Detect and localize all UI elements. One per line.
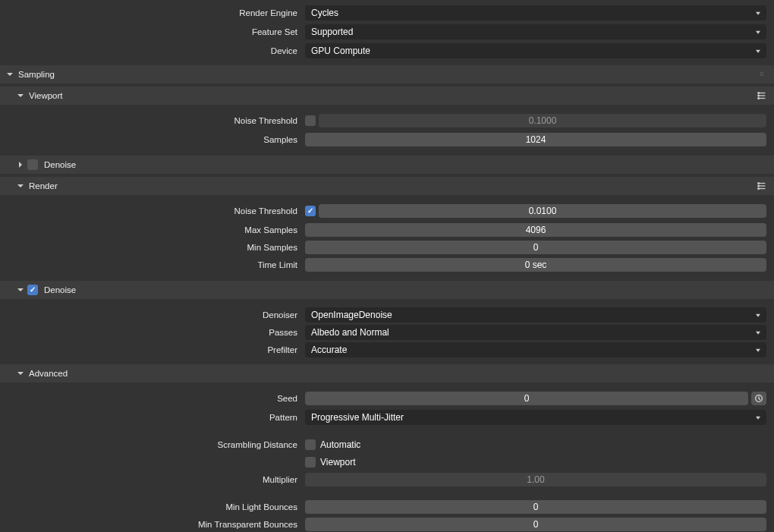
field-viewport-samples[interactable]: 1024 [305, 133, 766, 146]
row-viewport-noise-threshold: Noise Threshold 0.1000 [0, 112, 774, 129]
dropdown-device[interactable]: GPU Compute [305, 43, 766, 58]
subsection-title: Advanced [29, 369, 68, 378]
chevron-down-icon [17, 92, 24, 99]
label-scrambling: Scrambling Distance [0, 440, 305, 449]
checkbox-viewport-denoise[interactable] [27, 159, 38, 170]
field-max-samples[interactable]: 4096 [305, 223, 766, 237]
row-denoiser: Denoiser OpenImageDenoise [0, 307, 774, 323]
clock-icon[interactable] [751, 392, 766, 405]
subsection-render-denoise[interactable]: Denoise [0, 281, 774, 299]
row-prefilter: Prefilter Accurate [0, 342, 774, 358]
row-time-limit: Time Limit 0 sec [0, 257, 774, 273]
label-min-transparent: Min Transparent Bounces [0, 520, 305, 529]
subsection-title: Viewport [29, 91, 63, 100]
row-min-transparent-bounces: Min Transparent Bounces 0 [0, 516, 774, 532]
label-passes: Passes [0, 328, 305, 337]
section-title: Sampling [18, 70, 55, 79]
subsection-title: Denoise [44, 285, 76, 294]
render-properties-panel: Render Engine Cycles Feature Set Support… [0, 0, 774, 532]
row-min-samples: Min Samples 0 [0, 239, 774, 256]
chevron-down-icon [17, 286, 24, 294]
field-render-noise-threshold[interactable]: 0.0100 [319, 204, 766, 218]
svg-point-10 [758, 185, 760, 187]
row-scrambling-automatic: Scrambling Distance Automatic [0, 436, 774, 453]
label-samples: Samples [0, 135, 305, 144]
checkbox-label: Automatic [320, 439, 360, 450]
dropdown-passes[interactable]: Albedo and Normal [305, 325, 766, 340]
label-min-samples: Min Samples [0, 243, 305, 252]
section-sampling[interactable]: Sampling ⠿ [0, 65, 774, 83]
row-multiplier: Multiplier 1.00 [0, 471, 774, 488]
subsection-render[interactable]: Render [0, 177, 774, 195]
label-pattern: Pattern [0, 413, 305, 422]
field-min-light[interactable]: 0 [305, 500, 766, 514]
label-render-engine: Render Engine [0, 8, 305, 17]
dropdown-render-engine[interactable]: Cycles [305, 5, 766, 20]
field-min-transparent[interactable]: 0 [305, 518, 766, 531]
checkbox-scrambling-viewport[interactable] [305, 457, 316, 467]
label-denoiser: Denoiser [0, 310, 305, 320]
row-passes: Passes Albedo and Normal [0, 324, 774, 341]
row-pattern: Pattern Progressive Multi-Jitter [0, 409, 774, 426]
chevron-down-icon [17, 182, 24, 190]
field-min-samples[interactable]: 0 [305, 241, 766, 254]
checkbox-render-noise-threshold[interactable] [305, 206, 316, 216]
row-seed: Seed 0 [0, 390, 774, 407]
subsection-title: Denoise [44, 160, 76, 169]
row-max-samples: Max Samples 4096 [0, 222, 774, 238]
row-viewport-samples: Samples 1024 [0, 131, 774, 148]
label-device: Device [0, 46, 305, 55]
label-prefilter: Prefilter [0, 345, 305, 354]
svg-point-4 [758, 95, 760, 96]
checkbox-scrambling-automatic[interactable] [305, 439, 316, 450]
label-noise-threshold: Noise Threshold [0, 206, 305, 216]
subsection-viewport[interactable]: Viewport [0, 87, 774, 105]
label-seed: Seed [0, 394, 305, 403]
label-max-samples: Max Samples [0, 225, 305, 235]
label-multiplier: Multiplier [0, 475, 305, 484]
row-render-engine: Render Engine Cycles [0, 5, 774, 21]
subsection-title: Render [29, 181, 58, 190]
preset-menu-icon[interactable] [756, 180, 768, 192]
row-min-light-bounces: Min Light Bounces 0 [0, 499, 774, 515]
row-render-noise-threshold: Noise Threshold 0.0100 [0, 203, 774, 219]
row-feature-set: Feature Set Supported [0, 24, 774, 40]
field-time-limit[interactable]: 0 sec [305, 258, 766, 272]
label-time-limit: Time Limit [0, 260, 305, 269]
label-feature-set: Feature Set [0, 27, 305, 36]
label-min-light: Min Light Bounces [0, 502, 305, 512]
row-scrambling-viewport: Viewport [0, 454, 774, 471]
field-multiplier[interactable]: 1.00 [305, 473, 766, 486]
grip-icon: ⠿ [760, 71, 768, 78]
dropdown-pattern[interactable]: Progressive Multi-Jitter [305, 410, 766, 425]
svg-point-3 [758, 93, 760, 94]
svg-point-9 [758, 183, 760, 184]
subsection-viewport-denoise[interactable]: Denoise [0, 156, 774, 174]
dropdown-feature-set[interactable]: Supported [305, 24, 766, 39]
preset-menu-icon[interactable] [756, 90, 768, 102]
dropdown-prefilter[interactable]: Accurate [305, 342, 766, 357]
chevron-down-icon [17, 370, 24, 377]
dropdown-denoiser[interactable]: OpenImageDenoise [305, 307, 766, 323]
field-viewport-noise-threshold[interactable]: 0.1000 [319, 114, 766, 127]
checkbox-render-denoise[interactable] [27, 285, 38, 295]
subsection-advanced[interactable]: Advanced [0, 364, 774, 382]
chevron-down-icon [6, 71, 14, 78]
checkbox-label: Viewport [320, 457, 355, 467]
svg-point-11 [758, 188, 760, 190]
chevron-right-icon [17, 161, 24, 168]
svg-point-5 [758, 98, 760, 99]
field-seed[interactable]: 0 [305, 392, 748, 405]
row-device: Device GPU Compute [0, 42, 774, 59]
label-noise-threshold: Noise Threshold [0, 116, 305, 125]
checkbox-viewport-noise-threshold[interactable] [305, 115, 316, 126]
